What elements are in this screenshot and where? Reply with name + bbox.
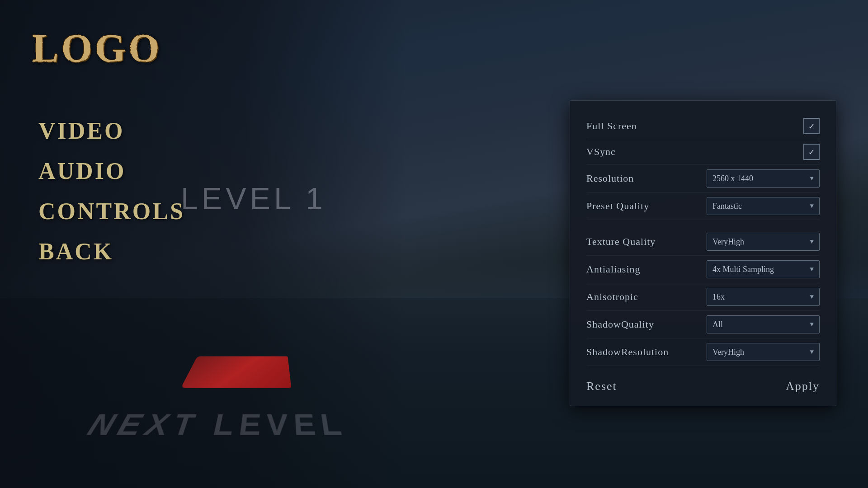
anisotropic-arrow-icon: ▼	[810, 293, 814, 300]
nav-item-video[interactable]: VIDEO	[38, 117, 185, 144]
antialiasing-arrow-icon: ▼	[810, 266, 814, 273]
shadow-resolution-label: ShadowResolution	[586, 346, 669, 358]
vsync-checkbox[interactable]: ✓	[803, 144, 820, 160]
reset-button[interactable]: Reset	[586, 380, 617, 393]
nav-item-controls[interactable]: CONTROLS	[38, 198, 185, 225]
apply-button[interactable]: Apply	[786, 380, 820, 393]
setting-row-full-screen: Full Screen ✓	[586, 113, 820, 139]
shadow-quality-arrow-icon: ▼	[810, 321, 814, 328]
shadow-resolution-dropdown[interactable]: VeryHigh ▼	[707, 343, 820, 361]
game-logo: LOGO	[32, 25, 162, 70]
texture-quality-label: Texture Quality	[586, 236, 656, 248]
texture-quality-arrow-icon: ▼	[810, 238, 814, 245]
resolution-arrow-icon: ▼	[810, 175, 814, 182]
texture-quality-value: VeryHigh	[712, 237, 744, 247]
setting-row-shadow-resolution: ShadowResolution VeryHigh ▼	[586, 338, 820, 366]
resolution-label: Resolution	[586, 173, 634, 184]
settings-footer: Reset Apply	[586, 370, 820, 393]
preset-quality-value: Fantastic	[712, 202, 742, 211]
preset-quality-arrow-icon: ▼	[810, 202, 814, 210]
nav-item-back[interactable]: BACK	[38, 238, 185, 265]
resolution-value: 2560 x 1440	[712, 174, 753, 183]
setting-row-vsync: VSync ✓	[586, 139, 820, 165]
shadow-quality-label: ShadowQuality	[586, 319, 654, 330]
setting-row-shadow-quality: ShadowQuality All ▼	[586, 311, 820, 338]
anisotropic-label: Anisotropic	[586, 291, 638, 303]
texture-quality-dropdown[interactable]: VeryHigh ▼	[707, 233, 820, 251]
setting-row-anisotropic: Anisotropic 16x ▼	[586, 283, 820, 311]
ground-text: NEXT LEVEL	[83, 408, 354, 442]
preset-quality-dropdown[interactable]: Fantastic ▼	[707, 197, 820, 215]
antialiasing-value: 4x Multi Sampling	[712, 265, 774, 274]
antialiasing-dropdown[interactable]: 4x Multi Sampling ▼	[707, 260, 820, 278]
setting-row-resolution: Resolution 2560 x 1440 ▼	[586, 165, 820, 192]
setting-row-antialiasing: Antialiasing 4x Multi Sampling ▼	[586, 256, 820, 283]
full-screen-checkbox[interactable]: ✓	[803, 118, 820, 134]
vsync-check-mark: ✓	[809, 146, 814, 158]
setting-row-texture-quality: Texture Quality VeryHigh ▼	[586, 228, 820, 256]
nav-menu: VIDEO AUDIO CONTROLS BACK	[38, 117, 185, 265]
resolution-dropdown[interactable]: 2560 x 1440 ▼	[707, 169, 820, 188]
preset-quality-label: Preset Quality	[586, 200, 649, 212]
setting-row-preset-quality: Preset Quality Fantastic ▼	[586, 192, 820, 220]
shadow-resolution-arrow-icon: ▼	[810, 348, 814, 356]
red-object	[181, 357, 291, 388]
shadow-quality-dropdown[interactable]: All ▼	[707, 315, 820, 333]
anisotropic-dropdown[interactable]: 16x ▼	[707, 288, 820, 306]
vsync-label: VSync	[586, 146, 616, 158]
settings-panel: Full Screen ✓ VSync ✓ Resolution 2560 x …	[570, 100, 836, 406]
level-text: LEVEL 1	[181, 181, 326, 216]
anisotropic-value: 16x	[712, 292, 725, 302]
antialiasing-label: Antialiasing	[586, 263, 641, 275]
nav-item-audio[interactable]: AUDIO	[38, 158, 185, 184]
settings-divider	[586, 220, 820, 228]
shadow-quality-value: All	[712, 320, 723, 329]
full-screen-label: Full Screen	[586, 120, 637, 132]
full-screen-check-mark: ✓	[809, 121, 814, 132]
shadow-resolution-value: VeryHigh	[712, 347, 744, 357]
